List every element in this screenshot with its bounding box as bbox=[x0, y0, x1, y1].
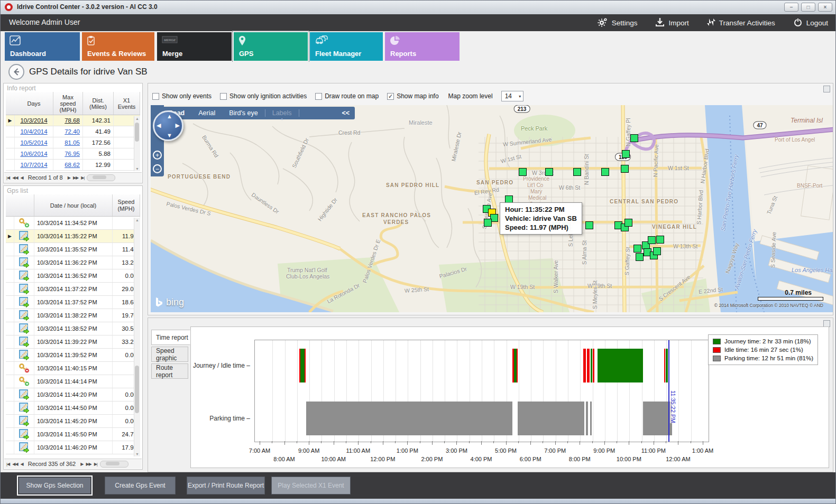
column-header-date-hour[interactable]: Date / hour (local) bbox=[34, 194, 113, 216]
top-action-import[interactable]: Import bbox=[655, 17, 688, 29]
info-report-row[interactable]: 10/6/201476.955.88 bbox=[6, 148, 140, 160]
show-gps-selection-button[interactable]: Show Gps Selection bbox=[18, 477, 91, 494]
record-horizontal-scrollbar[interactable] bbox=[100, 461, 128, 468]
tab-events-reviews[interactable]: Events & Reviews bbox=[82, 32, 154, 61]
gps-row[interactable]: 10/3/2014 11:44:50 PM0.00 bbox=[6, 402, 140, 415]
gps-marker[interactable] bbox=[648, 236, 656, 244]
top-action-settings[interactable]: Settings bbox=[598, 17, 638, 29]
record-nav-prev-button[interactable]: ◀ bbox=[21, 175, 23, 180]
gps-row[interactable]: 10/3/2014 11:44:14 PM bbox=[6, 375, 140, 388]
gps-row[interactable]: 10/3/2014 11:40:15 PM bbox=[6, 362, 140, 375]
map-style-aerial[interactable]: Aerial bbox=[198, 109, 215, 117]
cell-max_speed[interactable]: 68.62 bbox=[53, 160, 83, 170]
gps-row[interactable]: 10/3/2014 11:38:22 PM19.70 bbox=[6, 309, 140, 322]
column-header-x1-events[interactable]: X1 Events bbox=[114, 92, 140, 115]
info-report-scrollbar[interactable]: ▲ ▼ bbox=[134, 116, 140, 171]
record-nav-next-button[interactable]: ▶ bbox=[68, 175, 70, 180]
gps-row[interactable]: 10/3/2014 11:45:20 PM0.00 bbox=[6, 415, 140, 428]
record-nav-nextpage-button[interactable]: ▶▶ bbox=[73, 175, 78, 180]
gps-row[interactable]: 10/3/2014 11:35:52 PM11.47 bbox=[6, 243, 140, 256]
gps-marker[interactable] bbox=[636, 253, 644, 261]
checkbox-draw-route-on-map[interactable]: Draw route on map bbox=[315, 92, 379, 100]
gps-row[interactable]: 10/3/2014 11:44:20 PM0.00 bbox=[6, 388, 140, 402]
gps-row[interactable]: 10/3/2014 11:34:52 PM bbox=[6, 217, 140, 230]
cell-dist[interactable]: 5.88 bbox=[83, 148, 114, 159]
gps-marker[interactable] bbox=[601, 168, 609, 176]
map-pan-compass[interactable]: ▲▼ ◀▶ bbox=[153, 110, 183, 141]
cell-days[interactable]: 10/6/2014 bbox=[15, 148, 53, 159]
info-report-row[interactable]: ▶10/3/201478.68142.31 bbox=[6, 115, 140, 126]
cell-days[interactable]: 10/3/2014 bbox=[15, 115, 53, 126]
gps-row[interactable]: ▶10/3/2014 11:35:22 PM11.97 bbox=[6, 230, 140, 243]
record-nav-prev-button[interactable]: ◀ bbox=[21, 462, 23, 466]
gps-row[interactable]: 10/3/2014 11:38:52 PM30.55 bbox=[6, 322, 140, 335]
checkbox-show-only-ignition-activities[interactable]: Show only ignition activities bbox=[220, 92, 307, 100]
chart-tab-speed-graphic[interactable]: Speed graphic bbox=[151, 347, 188, 362]
cell-days[interactable]: 10/4/2014 bbox=[15, 126, 53, 137]
record-nav-last-button[interactable]: ▶| bbox=[81, 175, 84, 180]
minimize-button[interactable]: – bbox=[784, 3, 798, 12]
checkbox-show-map-info[interactable]: ✓Show map info bbox=[387, 92, 438, 100]
cell-days[interactable]: 10/5/2014 bbox=[15, 137, 53, 148]
tab-reports[interactable]: Reports bbox=[385, 32, 460, 61]
gps-marker[interactable] bbox=[656, 236, 664, 244]
gps-row[interactable]: 10/3/2014 11:37:22 PM29.05 bbox=[6, 283, 140, 296]
gps-list-scrollbar[interactable]: ▲ ▼ bbox=[134, 218, 140, 456]
create-gps-event-button[interactable]: Create Gps Event bbox=[105, 477, 176, 494]
cell-max_speed[interactable]: 78.68 bbox=[53, 115, 83, 126]
gps-row[interactable]: 10/3/2014 11:39:52 PM0.00 bbox=[6, 349, 140, 362]
cell-dist[interactable]: 41.49 bbox=[83, 126, 114, 137]
column-header-max-speed-mph-[interactable]: Max speed (MPH) bbox=[53, 92, 83, 115]
cell-max_speed[interactable]: 81.05 bbox=[53, 137, 83, 148]
column-header-speed[interactable]: Speed (MPH) bbox=[113, 194, 140, 216]
tab-dashboard[interactable]: Dashboard bbox=[5, 32, 80, 61]
checkbox-show-only-events[interactable]: Show only events bbox=[152, 92, 212, 100]
maximize-button[interactable]: □ bbox=[801, 3, 815, 12]
bing-map[interactable]: MiralesteCrest RdBurma RdSouthfield DrMi… bbox=[151, 105, 833, 312]
map-zoom-level-dropdown[interactable]: 14▼ bbox=[501, 91, 523, 101]
gps-marker[interactable] bbox=[653, 247, 661, 255]
map-style-labels[interactable]: Labels▲ bbox=[272, 109, 292, 117]
cell-dist[interactable]: 172.56 bbox=[83, 137, 114, 148]
gps-marker[interactable] bbox=[484, 219, 492, 227]
column-header-days[interactable]: Days bbox=[15, 92, 53, 115]
cell-days[interactable]: 10/7/2014 bbox=[15, 160, 53, 170]
map-zoom-in-button[interactable]: + bbox=[153, 151, 162, 160]
gps-marker[interactable] bbox=[519, 168, 527, 176]
record-horizontal-scrollbar[interactable] bbox=[87, 174, 115, 181]
cell-max_speed[interactable]: 72.40 bbox=[53, 126, 83, 137]
map-nav-collapse-button[interactable]: << bbox=[342, 109, 350, 117]
gps-marker[interactable] bbox=[633, 245, 641, 253]
close-button[interactable]: × bbox=[818, 3, 832, 12]
tab-fleet-manager[interactable]: Fleet Manager bbox=[310, 32, 383, 61]
gps-marker[interactable] bbox=[622, 150, 630, 158]
record-nav-first-button[interactable]: |◀ bbox=[6, 462, 10, 466]
export-print-route-report-button[interactable]: Export / Print Route Report bbox=[187, 477, 265, 494]
cell-dist[interactable]: 12.99 bbox=[83, 160, 114, 170]
map-panel-collapse-icon[interactable] bbox=[823, 86, 830, 92]
back-button[interactable] bbox=[8, 64, 24, 80]
info-report-row[interactable]: 10/4/201472.4041.49 bbox=[6, 126, 140, 137]
chart-tab-time-report[interactable]: Time report bbox=[151, 330, 190, 345]
gps-row[interactable]: 10/3/2014 11:37:52 PM18.63 bbox=[6, 296, 140, 309]
chart-tab-route-report[interactable]: Route report bbox=[151, 363, 188, 379]
record-nav-first-button[interactable]: |◀ bbox=[6, 175, 10, 180]
cell-max_speed[interactable]: 76.95 bbox=[53, 148, 83, 159]
info-report-row[interactable]: 10/7/201468.6212.99 bbox=[6, 160, 140, 171]
gps-marker[interactable] bbox=[624, 219, 632, 227]
gps-row[interactable]: 10/3/2014 11:36:22 PM13.28 bbox=[6, 256, 140, 269]
gps-marker[interactable] bbox=[545, 168, 553, 176]
top-action-transfer-activities[interactable]: Transfer Activities bbox=[707, 17, 775, 29]
top-action-logout[interactable]: Logout bbox=[793, 17, 828, 29]
info-report-row[interactable]: 10/5/201481.05172.56 bbox=[6, 137, 140, 148]
map-style-bird-s-eye[interactable]: Bird's eye bbox=[229, 109, 258, 117]
record-nav-prevpage-button[interactable]: ◀◀ bbox=[12, 462, 17, 466]
record-nav-next-button[interactable]: ▶ bbox=[80, 462, 83, 466]
gps-row[interactable]: 10/3/2014 11:39:22 PM33.21 bbox=[6, 335, 140, 349]
cell-dist[interactable]: 142.31 bbox=[83, 115, 114, 126]
gps-marker[interactable] bbox=[585, 221, 593, 229]
record-nav-last-button[interactable]: ▶| bbox=[94, 462, 97, 466]
gps-row[interactable]: 10/3/2014 11:36:52 PM0.00 bbox=[6, 269, 140, 283]
record-nav-nextpage-button[interactable]: ▶▶ bbox=[86, 462, 91, 466]
gps-row[interactable]: 10/3/2014 11:46:20 PM17.93 bbox=[6, 441, 140, 454]
